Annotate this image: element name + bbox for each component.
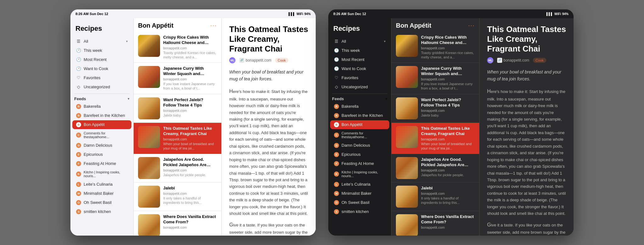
sidebar-item-barefeet[interactable]: B Barefeet in the Kitchen — [72, 111, 131, 120]
recipe-card-2[interactable]: Japanese Curry With Winter Squash and Mu… — [134, 63, 221, 94]
smart-filters-section: ☰ All ▾ 🕐 This week 🕐 Most Recent 🕐 Want… — [70, 37, 133, 91]
clock-icon-dark: 🕐 — [334, 48, 339, 53]
feeds-header[interactable]: Feeds ▾ — [70, 95, 133, 102]
recipe-desc-dark-6: It only takes a handful of ingredients t… — [421, 196, 475, 205]
sidebar-item-wanttocook-dark[interactable]: 🕐 Want to Cook — [330, 64, 389, 73]
detail-panel-light: This Oatmeal Tastes Like Creamy, Fragran… — [221, 18, 316, 236]
sidebar-item-comments[interactable]: C Comments for thestayathome... — [72, 129, 131, 141]
sidebar-item-favorites-dark[interactable]: ♡ Favorites — [330, 73, 389, 82]
recipe-info-dark-3: Want Perfect Jalebi? Follow These 4 Tips… — [421, 97, 475, 119]
oh-sweet-icon: O — [76, 200, 81, 205]
recipe-title-dark-3: Want Perfect Jalebi? Follow These 4 Tips — [421, 97, 475, 108]
recipe-desc-dark-4: When your bowl of breakfast and your mug… — [421, 142, 475, 151]
recipe-source-dark-4: bonappetit.com — [421, 137, 475, 141]
sidebar-item-mostrecent[interactable]: 🕐 Most Recent — [72, 55, 131, 64]
sidebar-item-damn-delicious[interactable]: D Damn Delicious — [72, 141, 131, 150]
recipe-card-7[interactable]: Where Does Vanilla Extract Come From? bo… — [134, 211, 221, 236]
sidebar-item-kitchn[interactable]: K Kitchn | Inspiring cooks, nouris... — [72, 168, 131, 180]
recipe-source-7: bonappetit.com — [163, 226, 217, 229]
sidebar-item-kitchn-dark[interactable]: K Kitchn | Inspiring cooks, nouris... — [330, 168, 389, 180]
feeds-label-dark: Feeds — [332, 96, 344, 101]
bakerella-icon-dark: B — [334, 104, 339, 109]
feasting-icon-dark: F — [334, 161, 339, 166]
recipe-source-6: bonappetit.com — [163, 192, 217, 195]
body-paragraph-dark-1: Here's how to make it: Start by infusing… — [487, 87, 566, 217]
article-intro: When your bowl of breakfast and your mug… — [229, 68, 308, 83]
damn-delicious-icon-dark: D — [334, 143, 339, 148]
recipe-thumb-dark-4 — [396, 126, 418, 148]
recipe-card-dark-6[interactable]: Jalebi bonappetit.com It only takes a ha… — [391, 182, 479, 211]
sidebar-item-leites[interactable]: L Leite's Culinaria — [72, 180, 131, 189]
feeds-header-dark[interactable]: Feeds ▾ — [328, 95, 391, 102]
recipe-card-4[interactable]: This Oatmeal Tastes Like Creamy, Fragran… — [134, 123, 221, 154]
sidebar-item-feasting-home-dark[interactable]: F Feasting At Home — [330, 159, 389, 168]
recipe-card-1[interactable]: Crispy Rice Cakes With Halloumi Cheese a… — [134, 32, 221, 63]
sidebar-item-barefeet-dark[interactable]: B Barefeet in the Kitchen — [330, 111, 389, 120]
barefeet-icon: B — [76, 113, 81, 118]
recipe-title-dark-7: Where Does Vanilla Extract Come From? — [421, 214, 475, 225]
recipe-thumb-dark-3 — [396, 97, 418, 119]
sidebar-item-epicurious-dark[interactable]: E Epicurious — [330, 150, 389, 159]
sidebar-title: Recipes — [70, 22, 133, 36]
sidebar-item-bakerella[interactable]: B Bakerella — [72, 102, 131, 111]
recipe-source-dark-1: bonappetit.com — [421, 46, 475, 50]
more-dots-button-dark[interactable]: ··· — [468, 22, 475, 29]
sidebar-item-wanttocook[interactable]: 🕐 Want to Cook — [72, 64, 131, 73]
recipe-thumb-dark-5 — [396, 157, 418, 179]
recipe-card-3[interactable]: Want Perfect Jalebi? Follow These 4 Tips… — [134, 94, 221, 123]
recipe-info-4: This Oatmeal Tastes Like Creamy, Fragran… — [163, 126, 217, 150]
recipe-card-dark-3[interactable]: Want Perfect Jalebi? Follow These 4 Tips… — [391, 94, 479, 123]
sidebar-item-smitten-dark[interactable]: S smitten kitchen — [330, 207, 389, 216]
recipe-desc-dark-1: Toasty griddled Korean rice cakes, melty… — [421, 51, 475, 60]
sidebar-item-oh-sweet[interactable]: O Oh Sweet Basil — [72, 198, 131, 207]
status-bar-light: 8:26 AM Sun Dec 12 ▌▌▌ WiFi 94% — [70, 9, 316, 18]
article-title: This Oatmeal Tastes Like Creamy, Fragran… — [229, 24, 308, 54]
sidebar-item-minimalist-dark[interactable]: M Minimalist Baker — [330, 189, 389, 198]
sidebar-item-smitten[interactable]: S smitten kitchen — [72, 207, 131, 216]
sidebar-item-uncategorized-dark[interactable]: ◇ Uncategorized — [330, 82, 389, 91]
more-dots-button[interactable]: ··· — [210, 22, 217, 29]
recipe-card-5[interactable]: Jalapeños Are Good. Pickled Jalapeños Ar… — [134, 154, 221, 182]
recipe-source-dark-5: bonappetit.com — [421, 168, 475, 172]
article-tag[interactable]: Cook — [275, 58, 288, 63]
recipe-card-6[interactable]: Jalebi bonappetit.com It only takes a ha… — [134, 182, 221, 211]
kitchn-icon: K — [76, 172, 81, 177]
body-paragraph-1: Here's how to make it: Start by infusing… — [229, 87, 308, 217]
recipe-thumb-dark-1 — [396, 35, 418, 57]
article-tag-dark[interactable]: Cook — [533, 58, 546, 63]
sidebar-item-comments-dark[interactable]: C Comments for thestayathome... — [330, 129, 389, 141]
sidebar-item-minimalist[interactable]: M Minimalist Baker — [72, 189, 131, 198]
sidebar-item-favorites[interactable]: ♡ Favorites — [72, 73, 131, 82]
recipe-card-dark-5[interactable]: Jalapeños Are Good. Pickled Jalapeños Ar… — [391, 154, 479, 182]
sidebar-item-all[interactable]: ☰ All ▾ — [72, 37, 131, 46]
recipe-card-dark-1[interactable]: Crispy Rice Cakes With Halloumi Cheese a… — [391, 32, 479, 63]
sidebar-item-thisweek-dark[interactable]: 🕐 This week — [330, 46, 389, 55]
wifi-icon: WiFi — [297, 12, 303, 16]
sidebar-item-all-dark[interactable]: ☰ All ▾ — [330, 37, 389, 46]
status-bar-dark: 8:26 AM Sun Dec 12 ▌▌▌ WiFi 94% — [328, 9, 574, 18]
article-body: Here's how to make it: Start by infusing… — [229, 87, 308, 236]
recipe-info-dark-2: Japanese Curry With Winter Squash and Mu… — [421, 66, 475, 90]
recipe-card-dark-2[interactable]: Japanese Curry With Winter Squash and Mu… — [391, 63, 479, 94]
recipe-card-dark-4[interactable]: This Oatmeal Tastes Like Creamy, Fragran… — [391, 123, 479, 154]
recipe-info-3: Want Perfect Jalebi? Follow These 4 Tips… — [163, 97, 217, 119]
sidebar-item-uncategorized[interactable]: ◇ Uncategorized — [72, 82, 131, 91]
sidebar-item-bon-appetit[interactable]: B Bon Appétit — [72, 120, 131, 129]
sidebar-item-feasting-home[interactable]: F Feasting At Home — [72, 159, 131, 168]
recipe-desc-dark-2: If you love instant Japanese curry from … — [421, 82, 475, 91]
recipe-card-dark-7[interactable]: Where Does Vanilla Extract Come From? bo… — [391, 211, 479, 236]
sidebar-item-mostrecent-dark[interactable]: 🕐 Most Recent — [330, 55, 389, 64]
recipe-source-dark-7: bonappetit.com — [421, 226, 475, 229]
sidebar-item-bon-appetit-dark[interactable]: B Bon Appétit — [330, 120, 389, 129]
feeds-label: Feeds — [74, 96, 86, 101]
sidebar-item-thisweek[interactable]: 🕐 This week — [72, 46, 131, 55]
sidebar-item-oh-sweet-dark[interactable]: O Oh Sweet Basil — [330, 198, 389, 207]
sidebar-item-damn-delicious-dark[interactable]: D Damn Delicious — [330, 141, 389, 150]
sidebar-item-bakerella-dark[interactable]: B Bakerella — [330, 102, 389, 111]
recipe-info-dark-1: Crispy Rice Cakes With Halloumi Cheese a… — [421, 35, 475, 59]
grid-icon-dark: ☰ — [334, 39, 339, 44]
sidebar-item-epicurious[interactable]: E Epicurious — [72, 150, 131, 159]
recipe-info-1: Crispy Rice Cakes With Halloumi Cheese a… — [163, 35, 217, 59]
article-intro-dark: When your bowl of breakfast and your mug… — [487, 68, 566, 83]
sidebar-item-leites-dark[interactable]: L Leite's Culinaria — [330, 180, 389, 189]
